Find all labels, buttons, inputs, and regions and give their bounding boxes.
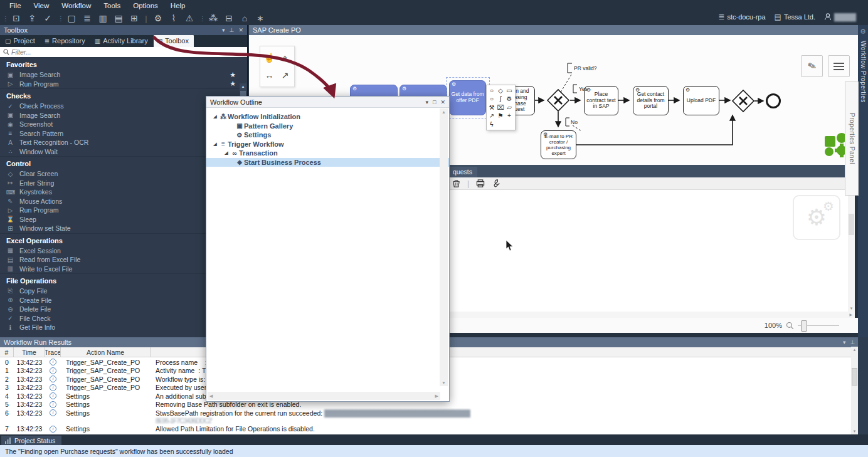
rect-icon[interactable]: ▭: [505, 87, 514, 95]
diamond-icon[interactable]: ◇: [496, 87, 505, 95]
table-row[interactable]: 613:42:23iSettingsStwsBasePath registrat…: [0, 408, 868, 424]
column-header-action-name[interactable]: Action Name: [61, 347, 151, 357]
results-scrollbar[interactable]: ▲ ▼: [851, 347, 858, 434]
favorite-star-icon[interactable]: ★: [230, 71, 236, 79]
activity-run-program[interactable]: ▷Run Program★: [0, 80, 247, 89]
scroll-down-icon[interactable]: ▼: [848, 307, 855, 310]
tab-toolbox[interactable]: ⊞Toolbox: [154, 35, 194, 47]
tree-item-workflow-initialization[interactable]: ◢⁂Workflow Initialization: [206, 112, 449, 122]
column-header-[interactable]: #: [0, 347, 14, 357]
space-tool-icon[interactable]: ↔: [262, 66, 277, 84]
menu-help[interactable]: Help: [165, 1, 191, 10]
plus-icon[interactable]: +: [505, 112, 514, 120]
scroll-up-icon[interactable]: ▲: [240, 83, 246, 88]
bpmn-task-get-contact[interactable]: ⚙ Get contact details from portal: [633, 86, 669, 115]
bpmn-task-email[interactable]: ⚙ E-mail to PR creator / purchasing expe…: [541, 130, 576, 159]
pin-icon[interactable]: ⊥: [230, 27, 235, 33]
scroll-right-icon[interactable]: ▶: [435, 394, 438, 399]
bpmn-task-upload-pdf[interactable]: ⚙ Upload PDF: [683, 86, 719, 115]
scroll-right-icon[interactable]: ▶: [849, 312, 852, 317]
folder-icon[interactable]: ▱: [505, 103, 514, 112]
tab-project-status[interactable]: Project Status: [1, 436, 61, 445]
path-icon[interactable]: ʃ: [496, 95, 505, 103]
menu-tools[interactable]: Tools: [98, 1, 126, 10]
table-row[interactable]: 713:42:23iSettingsAllowed Path Limitatio…: [0, 424, 868, 433]
gears-icon[interactable]: ⚙: [505, 95, 514, 103]
sitemap-icon[interactable]: ⁂: [208, 12, 219, 24]
expander-icon[interactable]: ◢: [223, 150, 230, 155]
canvas-menu-button[interactable]: [828, 55, 850, 77]
expander-icon[interactable]: ◢: [211, 114, 219, 119]
menu-workflow[interactable]: Workflow: [56, 1, 97, 10]
scroll-down-icon[interactable]: ▼: [851, 429, 858, 433]
tab-project[interactable]: ▢Project: [1, 35, 40, 47]
trash-icon[interactable]: [452, 179, 461, 188]
upload-icon[interactable]: ⇪: [26, 12, 38, 24]
circle-o-icon[interactable]: ○: [487, 95, 496, 103]
close-icon[interactable]: ✕: [440, 99, 445, 105]
style-brush-button[interactable]: ✎: [801, 55, 823, 77]
workflow-properties-tab[interactable]: Workflow Properties: [860, 41, 867, 103]
bpmn-task-place-contract[interactable]: ⚙ Place contract text in SAP: [584, 86, 618, 115]
filter-input[interactable]: [11, 48, 247, 56]
connector-tool-icon[interactable]: ↗: [277, 66, 293, 84]
outline-vertical-scrollbar[interactable]: ▲ ▼: [440, 108, 448, 386]
tree-item-transaction[interactable]: ◢∞Transaction: [206, 149, 449, 158]
bookmark-icon[interactable]: ⚑: [496, 112, 505, 120]
wrench-icon[interactable]: [492, 179, 501, 188]
tree-item-trigger-workflow[interactable]: ◢≡Trigger Workflow: [206, 140, 449, 149]
zoom-slider-thumb[interactable]: [801, 320, 807, 332]
zoom-slider[interactable]: [798, 320, 839, 330]
workflow-outline-window[interactable]: Workflow Outline ▾ □ ✕ ◢⁂Workflow Initia…: [206, 96, 450, 402]
package-icon[interactable]: ⊞: [129, 12, 140, 24]
outline-horizontal-scrollbar[interactable]: ◀ ▶: [208, 392, 440, 400]
lower-vertical-scrollbar[interactable]: ▲ ▼: [848, 190, 855, 312]
tree-item-settings[interactable]: ⚙Settings: [206, 130, 449, 140]
menu-view[interactable]: View: [28, 1, 55, 10]
pin-icon[interactable]: ⊥: [850, 339, 855, 345]
home-icon[interactable]: ⌂: [239, 12, 250, 24]
scroll-left-icon[interactable]: ◀: [209, 394, 213, 399]
printer-icon[interactable]: [475, 179, 485, 188]
outline-title-bar[interactable]: Workflow Outline ▾ □ ✕: [206, 97, 449, 108]
export-icon[interactable]: ↗: [487, 112, 496, 120]
scroll-down-icon[interactable]: ▼: [440, 381, 448, 385]
lightning-icon[interactable]: ϟ: [487, 120, 496, 129]
monitor-icon[interactable]: ⊟: [223, 12, 235, 24]
select-tool-icon[interactable]: ⌖: [277, 49, 293, 66]
panel-menu-icon[interactable]: ▾: [843, 339, 846, 345]
close-icon[interactable]: ✕: [238, 27, 243, 33]
hand-tool-icon[interactable]: ☝: [262, 49, 277, 66]
attach-icon[interactable]: ⌇: [168, 12, 179, 24]
wrench-icon[interactable]: ⚒: [487, 103, 496, 112]
tab-repository[interactable]: ≣Repository: [41, 35, 90, 47]
expander-icon[interactable]: ◢: [211, 142, 219, 147]
new-file-icon[interactable]: ▢: [66, 12, 77, 24]
activity-library-icon[interactable]: ▥: [97, 12, 109, 24]
scroll-up-icon[interactable]: ▲: [440, 108, 448, 114]
scroll-up-icon[interactable]: ▲: [851, 347, 858, 352]
tree-item-pattern-gallery[interactable]: ▣Pattern Gallery: [206, 122, 449, 131]
trash-icon[interactable]: ⌧: [496, 103, 505, 112]
tree-item-start-business-process[interactable]: ◈Start Business Process: [206, 158, 449, 167]
report-icon[interactable]: ⚠: [184, 12, 195, 24]
tab-finding-open-purchase-requests[interactable]: quests: [448, 167, 477, 177]
bpmn-task-get-data[interactable]: ⚙ Get data from offer PDF: [449, 80, 486, 115]
circle-icon[interactable]: ○: [487, 87, 496, 95]
document-icon[interactable]: ▤: [113, 12, 124, 24]
menu-options[interactable]: Options: [127, 1, 164, 10]
panel-menu-icon[interactable]: ▾: [222, 27, 225, 33]
repository-icon[interactable]: ≣: [82, 12, 93, 24]
tab-activity-library[interactable]: ▥Activity Library: [91, 35, 153, 47]
maximize-icon[interactable]: □: [433, 99, 436, 105]
properties-panel-tab[interactable]: Properties Panel: [845, 81, 859, 196]
column-header-trace[interactable]: Trace: [45, 347, 61, 357]
menu-file[interactable]: File: [4, 1, 27, 10]
activity-image-search[interactable]: ▣Image Search★: [0, 70, 247, 80]
validate-icon[interactable]: ✓: [42, 12, 53, 24]
column-header-time[interactable]: Time: [14, 347, 45, 357]
save-icon[interactable]: ⊡: [11, 12, 22, 24]
scroll-thumb[interactable]: [852, 368, 857, 386]
settings-icon[interactable]: ⚙: [152, 12, 164, 24]
minimize-icon[interactable]: ▾: [425, 99, 428, 105]
